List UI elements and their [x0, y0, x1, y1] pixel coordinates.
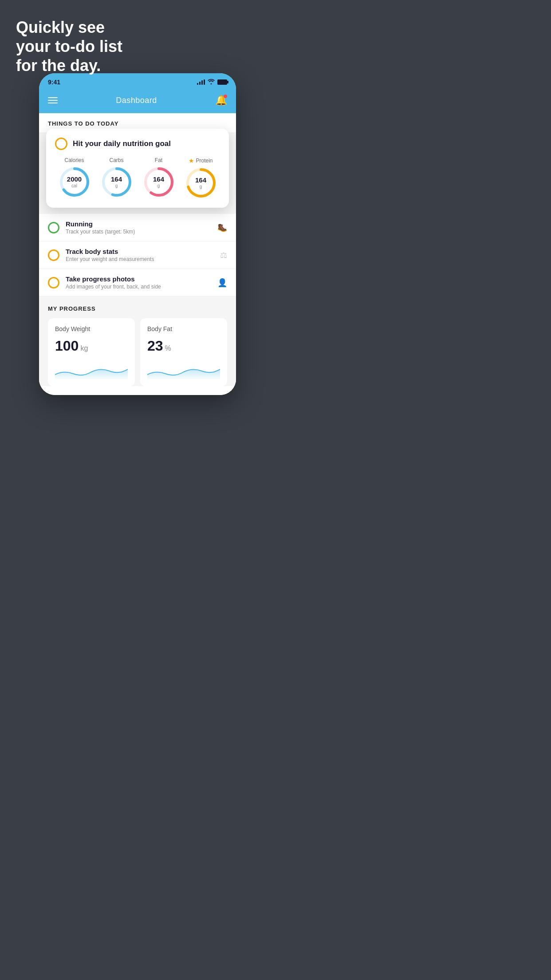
phone-content: THINGS TO DO TODAY Hit your daily nutrit…: [39, 113, 236, 395]
todo-text: Take progress photos Add images of your …: [66, 275, 211, 290]
wifi-icon: [208, 79, 215, 86]
nutrition-label: ★Protein: [189, 157, 213, 164]
todo-circle: [48, 249, 59, 261]
donut-chart: 2000 cal: [59, 166, 91, 198]
todo-action-icon: ⚖: [220, 250, 227, 260]
progress-value: 23: [147, 338, 163, 354]
nutrition-label: Fat: [155, 157, 162, 163]
todo-list: Running Track your stats (target: 5km) 🥾…: [39, 214, 236, 296]
progress-value-row: 100 kg: [55, 338, 128, 354]
todo-item[interactable]: Track body stats Enter your weight and m…: [39, 241, 236, 269]
progress-card[interactable]: Body Fat 23 %: [140, 318, 227, 386]
hero-line2: your to-do list: [16, 37, 122, 56]
status-bar: 9:41: [39, 73, 236, 89]
nav-title: Dashboard: [116, 96, 157, 105]
donut-value: 164 g: [153, 176, 164, 188]
todo-circle-nutrition: [55, 138, 67, 150]
hero-line3: for the day.: [16, 56, 122, 75]
nutrition-label: Calories: [64, 157, 84, 163]
page-wrapper: Quickly see your to-do list for the day.…: [0, 0, 276, 490]
todo-item[interactable]: Take progress photos Add images of your …: [39, 269, 236, 296]
progress-chart: [147, 361, 220, 379]
todo-title: Take progress photos: [66, 275, 211, 283]
todo-title: Running: [66, 220, 211, 228]
todo-subtitle: Track your stats (target: 5km): [66, 229, 211, 235]
notification-bell-button[interactable]: 🔔: [215, 95, 227, 106]
status-icons: [197, 79, 227, 86]
donut-chart: 164 g: [185, 167, 217, 199]
notification-dot: [224, 95, 227, 98]
progress-section-title: MY PROGRESS: [48, 305, 227, 312]
nutrition-label: Carbs: [109, 157, 123, 163]
progress-card-title: Body Weight: [55, 325, 128, 332]
todo-text: Running Track your stats (target: 5km): [66, 220, 211, 235]
star-icon: ★: [189, 157, 194, 164]
donut-chart: 164 g: [101, 166, 133, 198]
signal-bars-icon: [197, 79, 205, 85]
todo-circle: [48, 222, 59, 233]
card-title: Hit your daily nutrition goal: [73, 139, 171, 148]
todo-text: Track body stats Enter your weight and m…: [66, 248, 214, 262]
donut-value: 164 g: [195, 177, 206, 189]
progress-card[interactable]: Body Weight 100 kg: [48, 318, 135, 386]
nutrition-item-carbs: Carbs 164 g: [101, 157, 133, 199]
progress-unit: %: [165, 344, 171, 352]
todo-circle: [48, 277, 59, 288]
progress-card-title: Body Fat: [147, 325, 220, 332]
nutrition-card: Hit your daily nutrition goal Calories 2…: [46, 129, 229, 208]
battery-icon: [217, 79, 227, 85]
todo-subtitle: Enter your weight and measurements: [66, 256, 214, 262]
progress-unit: kg: [80, 344, 88, 352]
todo-title: Track body stats: [66, 248, 214, 255]
donut-value: 2000 cal: [67, 176, 82, 188]
hero-text: Quickly see your to-do list for the day.: [16, 18, 122, 75]
progress-value-row: 23 %: [147, 338, 220, 354]
todo-item[interactable]: Running Track your stats (target: 5km) 🥾: [39, 214, 236, 241]
hero-line1: Quickly see: [16, 18, 122, 37]
progress-chart: [55, 361, 128, 379]
nutrition-grid: Calories 2000 cal Carbs 164 g Fat: [55, 157, 220, 199]
hamburger-menu-icon[interactable]: [48, 97, 58, 103]
status-time: 9:41: [48, 79, 60, 86]
donut-chart: 164 g: [143, 166, 175, 198]
card-title-row: Hit your daily nutrition goal: [55, 138, 220, 150]
nutrition-item-fat: Fat 164 g: [143, 157, 175, 199]
nav-bar: Dashboard 🔔: [39, 89, 236, 113]
nutrition-item-protein: ★Protein 164 g: [185, 157, 217, 199]
donut-value: 164 g: [111, 176, 122, 188]
nutrition-item-calories: Calories 2000 cal: [59, 157, 91, 199]
todo-action-icon: 🥾: [217, 223, 227, 233]
progress-value: 100: [55, 338, 79, 354]
phone-frame: 9:41 Dashboard: [39, 73, 236, 395]
progress-section: MY PROGRESS Body Weight 100 kg Body Fat …: [39, 296, 236, 386]
progress-cards: Body Weight 100 kg Body Fat 23 %: [48, 318, 227, 386]
todo-subtitle: Add images of your front, back, and side: [66, 284, 211, 290]
todo-action-icon: 👤: [217, 278, 227, 288]
